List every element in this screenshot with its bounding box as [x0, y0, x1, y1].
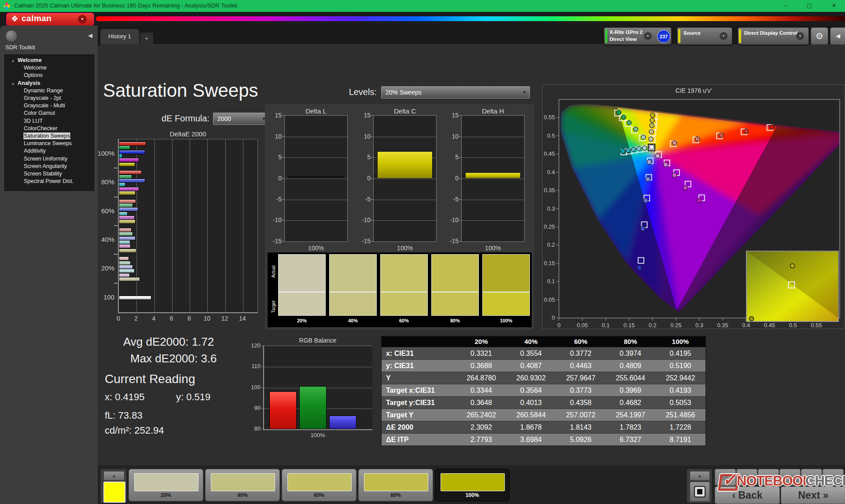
target-row-label: Target: [271, 294, 276, 320]
sidebar-item-spectral-power-dist-[interactable]: Spectral Power Dist.: [4, 178, 94, 185]
sidebar-item-3d-lut[interactable]: 3D LUT: [4, 117, 94, 125]
patch-up-button[interactable]: ▲: [103, 471, 125, 481]
collapse-sidebar-button[interactable]: ◀: [85, 31, 95, 40]
toolbar-glyph-button-3[interactable]: ▣: [758, 469, 779, 486]
sidebar-item-screen-angularity[interactable]: Screen Angularity: [4, 163, 94, 170]
display-control-dropdown[interactable]: Direct Display Control ▼: [738, 27, 809, 45]
collapse-right-panel-button[interactable]: ◀: [830, 27, 845, 45]
svg-text:0.55: 0.55: [544, 114, 555, 121]
table-row: ΔE 20002.30921.86781.81431.78231.7228: [382, 421, 705, 433]
close-button[interactable]: ✕: [827, 1, 841, 10]
svg-text:0.1: 0.1: [602, 322, 610, 329]
table-cell: 0.4087: [506, 360, 556, 372]
table-cell: 257.0072: [556, 409, 606, 421]
source-dropdown[interactable]: Source ▼: [677, 27, 732, 45]
actual-swatch-100%: [482, 254, 530, 292]
session-up-button[interactable]: ▲: [690, 471, 710, 481]
sidebar-item-saturation-sweeps[interactable]: Saturation Sweeps: [4, 132, 94, 140]
table-header-cell: 20%: [456, 336, 506, 347]
levels-select[interactable]: 20% Sweeps ▼: [381, 86, 530, 99]
swatch-button-80%[interactable]: 80%: [358, 469, 433, 501]
chevron-down-icon[interactable]: ▼: [644, 32, 652, 40]
swatch-button-40%[interactable]: 40%: [205, 469, 280, 501]
y-axis-tick-label: 5: [268, 153, 282, 161]
max-de2000-stat: Max dE2000: 3.6: [130, 352, 217, 365]
grid-line: [374, 220, 436, 221]
toolbar-glyph-button-1[interactable]: ▤: [715, 469, 736, 486]
table-row: x: CIE310.33210.35540.37720.39740.4195: [382, 347, 705, 359]
add-tab-button[interactable]: +: [140, 33, 153, 44]
swatch-button-60%[interactable]: 60%: [282, 469, 356, 501]
meter-dropdown[interactable]: X-Rite i1Pro 2 Direct View ▼ 237: [604, 27, 672, 45]
x-axis-label: 100%: [284, 245, 348, 252]
table-cell: 2.7793: [456, 434, 506, 446]
sidebar-item-options[interactable]: Options: [4, 72, 94, 79]
x-axis-tick-label: 14: [236, 315, 249, 322]
toolbar-glyph-button-2[interactable]: ▶: [736, 469, 757, 486]
toolbar-glyph-button-6[interactable]: ◉: [823, 469, 844, 486]
back-button[interactable]: ‹ Back: [715, 486, 780, 504]
deltaC-title: Delta C: [373, 107, 437, 115]
axis-tick: [371, 178, 373, 179]
sidebar-item-welcome[interactable]: Welcome: [4, 64, 94, 72]
y-axis-tick-label: 80%: [86, 178, 114, 186]
tree-expander-icon[interactable]: ◢: [11, 82, 14, 85]
tree-item-label: 3D LUT: [24, 118, 43, 124]
x-axis-label: 100%: [373, 245, 437, 252]
next-button[interactable]: Next »: [781, 486, 845, 504]
y-axis-tick-label: 60%: [86, 207, 114, 215]
rgb-balance-title: RGB Balance: [246, 337, 389, 344]
y-axis-tick-label: 15: [445, 112, 459, 119]
de-formula-select[interactable]: 2000 ▼: [213, 113, 269, 125]
swatch-button-100%[interactable]: 100%: [435, 469, 510, 501]
calman-menu-button[interactable]: ❖ calman ▼: [6, 13, 94, 26]
sidebar-item-screen-stability[interactable]: Screen Stability: [4, 170, 94, 178]
minimize-button[interactable]: –: [778, 1, 793, 10]
table-row-label: Target Y: [382, 409, 456, 421]
y-axis-tick-label: 10: [445, 133, 459, 140]
swatch-button-20%[interactable]: 20%: [129, 469, 203, 501]
sidebar-item-screen-uniformity[interactable]: Screen Uniformity: [4, 155, 94, 163]
table-cell: 0.4682: [606, 397, 655, 409]
meter-count-badge: 237: [657, 30, 670, 43]
x-axis-tick-label: 6: [165, 315, 178, 322]
sidebar-item-grayscale-2pt[interactable]: Grayscale - 2pt: [4, 95, 94, 102]
y-axis-tick-label: 5: [356, 153, 371, 161]
toolbar-glyph-button-4[interactable]: ∞: [779, 469, 801, 486]
maximize-button[interactable]: ▢: [802, 1, 817, 10]
axis-tick: [114, 197, 118, 197]
x-axis-label: 100%: [461, 245, 525, 252]
table-cell: 264.8780: [456, 372, 506, 384]
sidebar-item-grayscale-multi[interactable]: Grayscale - Multi: [4, 102, 94, 110]
svg-text:0.1: 0.1: [547, 278, 555, 285]
tree-item-label: Dynamic Range: [24, 88, 63, 94]
table-cell: 252.9442: [655, 372, 705, 384]
bar-100: [119, 296, 151, 300]
sidebar-item-color-gamut[interactable]: Color Gamut: [4, 110, 94, 117]
settings-button[interactable]: ⚙: [811, 27, 828, 45]
chevron-down-icon[interactable]: ▼: [720, 32, 727, 40]
bar-40%: [119, 248, 136, 253]
chevron-down-icon[interactable]: ▼: [78, 15, 87, 24]
toolbar-glyph-button-5[interactable]: ↻: [801, 469, 822, 486]
actual-row-label: Actual: [271, 259, 276, 285]
sidebar-item-dynamic-range[interactable]: Dynamic Range: [4, 87, 94, 95]
table-cell: 0.3773: [556, 384, 606, 396]
de-formula-label: dE Formula:: [154, 113, 209, 124]
tree-expander-icon[interactable]: ◢: [11, 59, 14, 62]
sidebar-item-luminance-sweeps[interactable]: Luminance Sweeps: [4, 140, 94, 147]
tree-group-analysis[interactable]: ◢Analysis: [4, 80, 94, 87]
stop-button[interactable]: [690, 482, 710, 502]
axis-tick: [282, 115, 284, 116]
sidebar-item-colorchecker[interactable]: ColorChecker: [4, 125, 94, 132]
display-status-stripe: [739, 29, 741, 43]
table-header-cell: 60%: [556, 336, 606, 347]
tree-group-welcome[interactable]: ◢Welcome: [4, 57, 94, 64]
sidebar-item-additivity[interactable]: Additivity: [4, 147, 94, 155]
swatch-button-label: 80%: [359, 492, 433, 498]
svg-text:0.5: 0.5: [789, 322, 797, 329]
chevron-down-icon[interactable]: ▼: [796, 32, 804, 40]
tab-history-1[interactable]: History 1: [100, 29, 139, 44]
table-cell: 265.2402: [456, 409, 506, 421]
x-axis-tick-label: 10: [200, 315, 213, 322]
